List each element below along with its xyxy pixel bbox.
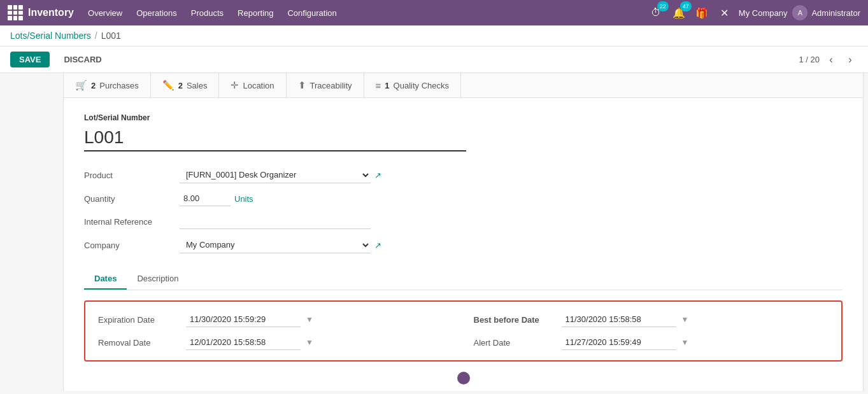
purchases-label: Purchases: [99, 81, 138, 90]
removal-date-input[interactable]: [186, 335, 301, 350]
nav-reporting[interactable]: Reporting: [231, 4, 280, 22]
sales-label: Sales: [187, 81, 208, 90]
main-content: 🛒 2 Purchases ✏️ 2 Sales ✛ Location ⬆ Tr…: [0, 73, 868, 391]
internal-ref-label: Internal Reference: [84, 217, 180, 227]
clock-icon-btn[interactable]: ⏱ 22: [647, 4, 665, 22]
breadcrumb-parent[interactable]: Lots/Serial Numbers: [10, 31, 91, 41]
breadcrumb-separator: /: [95, 31, 97, 41]
removal-date-row: Removal Date ▼: [98, 335, 453, 350]
nav-operations[interactable]: Operations: [130, 4, 183, 22]
save-button[interactable]: SAVE: [10, 52, 50, 67]
internal-ref-row: Internal Reference: [84, 214, 843, 229]
clock-badge: 22: [657, 1, 669, 11]
quality-count: 1: [385, 81, 389, 90]
description-tab-label: Description: [137, 274, 178, 283]
quantity-input[interactable]: [180, 191, 231, 206]
pager-next[interactable]: ›: [843, 52, 858, 67]
company-external-link-icon[interactable]: ↗: [374, 241, 381, 250]
alert-date-row: Alert Date ▼: [474, 335, 829, 350]
expiration-date-input[interactable]: [186, 312, 301, 327]
sales-count: 2: [178, 81, 183, 90]
best-before-row: Best before Date ▼: [474, 312, 829, 327]
tab-bar: 🛒 2 Purchases ✏️ 2 Sales ✛ Location ⬆ Tr…: [64, 73, 863, 98]
grid-icon: [8, 5, 23, 20]
tab-purchases[interactable]: 🛒 2 Purchases: [64, 73, 151, 97]
nav-overview[interactable]: Overview: [82, 4, 129, 22]
scrollbar-track[interactable]: [863, 73, 868, 391]
quantity-label: Quantity: [84, 194, 180, 204]
topnav-right: ⏱ 22 🔔 47 🎁 ✕ My Company A Administrator: [647, 4, 860, 22]
topnav-menu: Overview Operations Products Reporting C…: [82, 4, 644, 22]
company-value-group: My Company ↗: [180, 237, 381, 253]
dates-grid: Expiration Date ▼ Removal Date ▼: [98, 312, 829, 350]
bell-badge: 47: [680, 1, 692, 11]
company-switcher[interactable]: My Company: [739, 8, 788, 18]
admin-menu[interactable]: A Administrator: [792, 5, 860, 20]
tab-traceability[interactable]: ⬆ Traceability: [287, 73, 364, 97]
expiration-date-dropdown-icon[interactable]: ▼: [306, 315, 313, 324]
alert-date-label: Alert Date: [474, 338, 557, 348]
breadcrumb: Lots/Serial Numbers / L001: [0, 25, 868, 46]
alert-date-input[interactable]: [562, 335, 676, 350]
inner-tab-dates[interactable]: Dates: [84, 269, 127, 290]
discard-button[interactable]: DISCARD: [55, 52, 110, 67]
app-logo[interactable]: Inventory: [8, 5, 74, 20]
gift-icon-btn[interactable]: 🎁: [693, 4, 711, 22]
product-select[interactable]: [FURN_0001] Desk Organizer: [180, 167, 371, 183]
dates-tab-label: Dates: [94, 274, 117, 283]
close-icon-btn[interactable]: ✕: [716, 4, 734, 22]
quality-label: Quality Checks: [394, 81, 449, 90]
internal-ref-value: [180, 214, 371, 229]
best-before-input[interactable]: [562, 312, 676, 327]
internal-ref-input[interactable]: [180, 214, 371, 229]
quantity-row: Quantity Units: [84, 191, 843, 206]
admin-label: Administrator: [811, 8, 860, 18]
app-name: Inventory: [28, 7, 74, 18]
tab-location[interactable]: ✛ Location: [219, 73, 286, 97]
pager-info: 1 / 20: [799, 55, 820, 64]
purple-dot-indicator: [457, 372, 470, 384]
quantity-value-group: Units: [180, 191, 253, 206]
alert-date-dropdown-icon[interactable]: ▼: [681, 338, 689, 347]
nav-configuration[interactable]: Configuration: [281, 4, 343, 22]
company-label: My Company: [739, 8, 788, 18]
location-icon: ✛: [231, 80, 239, 91]
list-icon: ≡: [376, 80, 381, 91]
location-label: Location: [243, 81, 274, 90]
avatar: A: [792, 5, 808, 20]
product-external-link-icon[interactable]: ↗: [374, 171, 381, 180]
inner-tab-description[interactable]: Description: [127, 269, 189, 290]
tab-quality-checks[interactable]: ≡ 1 Quality Checks: [364, 73, 461, 97]
expiration-date-label: Expiration Date: [98, 315, 181, 325]
lot-number-input[interactable]: L001: [84, 125, 466, 151]
best-before-label: Best before Date: [474, 315, 557, 325]
right-dates: Best before Date ▼ Alert Date ▼: [474, 312, 829, 350]
traceability-icon: ⬆: [298, 80, 306, 91]
tab-sales[interactable]: ✏️ 2 Sales: [151, 73, 220, 97]
expiration-date-row: Expiration Date ▼: [98, 312, 453, 327]
company-row: Company My Company ↗: [84, 237, 843, 253]
purchases-count: 2: [91, 81, 96, 90]
pager: 1 / 20 ‹ ›: [799, 52, 858, 67]
best-before-dropdown-icon[interactable]: ▼: [681, 315, 689, 324]
bell-icon-btn[interactable]: 🔔 47: [670, 4, 688, 22]
inner-tabs: Dates Description: [84, 269, 843, 290]
units-link[interactable]: Units: [234, 194, 253, 204]
company-field-label: Company: [84, 241, 180, 250]
action-bar: SAVE DISCARD 1 / 20 ‹ ›: [0, 46, 868, 73]
cart-icon: 🛒: [75, 80, 87, 91]
content-area: 🛒 2 Purchases ✏️ 2 Sales ✛ Location ⬆ Tr…: [64, 73, 863, 391]
traceability-label: Traceability: [310, 81, 352, 90]
company-select[interactable]: My Company: [180, 237, 371, 253]
removal-date-label: Removal Date: [98, 338, 181, 348]
product-label: Product: [84, 171, 180, 180]
topnav: Inventory Overview Operations Products R…: [0, 0, 868, 25]
product-row: Product [FURN_0001] Desk Organizer ↗: [84, 167, 843, 183]
form-area: Lot/Serial Number L001 Product [FURN_000…: [64, 98, 863, 391]
pager-prev[interactable]: ‹: [823, 52, 839, 67]
left-dates: Expiration Date ▼ Removal Date ▼: [98, 312, 453, 350]
removal-date-dropdown-icon[interactable]: ▼: [306, 338, 313, 347]
left-spacer: [0, 73, 64, 391]
nav-products[interactable]: Products: [185, 4, 230, 22]
dates-section: Expiration Date ▼ Removal Date ▼: [84, 300, 843, 362]
